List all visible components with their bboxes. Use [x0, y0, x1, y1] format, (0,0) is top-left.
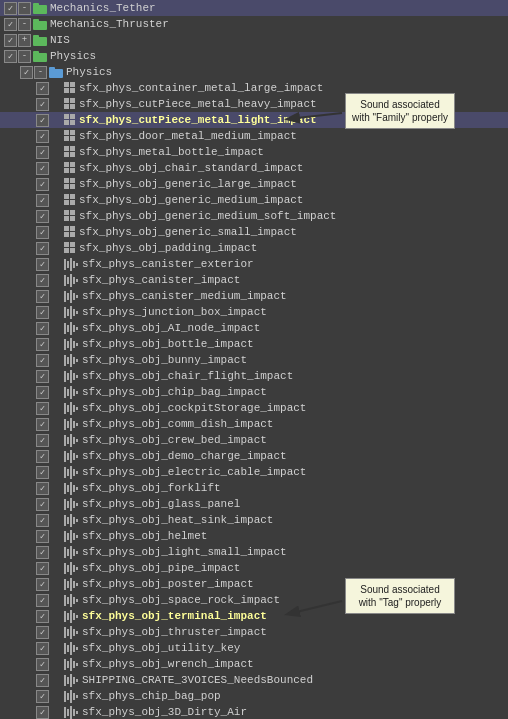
tree-item[interactable]: sfx_phys_obj_bottle_impact — [0, 336, 508, 352]
tree-item[interactable]: sfx_phys_obj_utility_key — [0, 640, 508, 656]
tree-checkbox[interactable] — [36, 578, 49, 591]
tree-checkbox[interactable] — [36, 706, 49, 719]
tree-checkbox[interactable] — [36, 242, 49, 255]
tree-checkbox[interactable] — [4, 50, 17, 63]
tree-item[interactable]: sfx_phys_obj_generic_small_impact — [0, 224, 508, 240]
tree-item[interactable]: sfx_phys_obj_forklift — [0, 480, 508, 496]
tree-item[interactable]: sfx_phys_obj_padding_impact — [0, 240, 508, 256]
tree-checkbox[interactable] — [36, 258, 49, 271]
tree-checkbox[interactable] — [4, 18, 17, 31]
svg-rect-104 — [76, 551, 78, 554]
tree-item[interactable]: sfx_phys_chip_bag_pop — [0, 688, 508, 704]
tree-checkbox[interactable] — [36, 514, 49, 527]
tree-item[interactable]: sfx_phys_obj_pipe_impact — [0, 560, 508, 576]
tree-item[interactable]: sfx_phys_obj_demo_charge_impact — [0, 448, 508, 464]
tree-item[interactable]: sfx_phys_junction_box_impact — [0, 304, 508, 320]
tree-item[interactable]: sfx_phys_obj_crew_bed_impact — [0, 432, 508, 448]
tree-item[interactable]: sfx_phys_canister_exterior — [0, 256, 508, 272]
tree-item[interactable]: sfx_phys_canister_impact — [0, 272, 508, 288]
tree-item[interactable]: sfx_phys_canister_medium_impact — [0, 288, 508, 304]
tree-item[interactable]: sfx_phys_obj_electric_cable_impact — [0, 464, 508, 480]
svg-rect-4 — [33, 37, 47, 46]
tree-checkbox[interactable] — [36, 306, 49, 319]
tree-item[interactable]: + NIS — [0, 32, 508, 48]
tree-checkbox[interactable] — [36, 114, 49, 127]
svg-rect-36 — [67, 341, 69, 348]
tree-checkbox[interactable] — [36, 482, 49, 495]
tree-checkbox[interactable] — [36, 370, 49, 383]
tree-checkbox[interactable] — [36, 386, 49, 399]
tree-item[interactable]: SHIPPING_CRATE_3VOICES_NeedsBounced — [0, 672, 508, 688]
tree-checkbox[interactable] — [36, 434, 49, 447]
tree-checkbox[interactable] — [36, 546, 49, 559]
tree-item[interactable]: sfx_phys_obj_heat_sink_impact — [0, 512, 508, 528]
expand-button[interactable]: + — [18, 34, 31, 47]
tree-item[interactable]: sfx_phys_obj_generic_medium_soft_impact — [0, 208, 508, 224]
tree-item[interactable]: sfx_phys_obj_chip_bag_impact — [0, 384, 508, 400]
tree-item[interactable]: sfx_phys_obj_generic_large_impact — [0, 176, 508, 192]
tree-checkbox[interactable] — [36, 338, 49, 351]
tree-checkbox[interactable] — [36, 466, 49, 479]
tree-checkbox[interactable] — [36, 98, 49, 111]
svg-rect-30 — [64, 323, 66, 334]
tree-checkbox[interactable] — [36, 418, 49, 431]
tree-item[interactable]: sfx_phys_obj_glass_panel — [0, 496, 508, 512]
tree-item-label: NIS — [50, 34, 70, 46]
tree-item[interactable]: - Mechanics_Thruster — [0, 16, 508, 32]
tree-checkbox[interactable] — [4, 2, 17, 15]
tree-item[interactable]: sfx_phys_metal_bottle_impact — [0, 144, 508, 160]
tree-item[interactable]: sfx_phys_obj_3D_Dirty_Air — [0, 704, 508, 719]
tree-checkbox[interactable] — [36, 322, 49, 335]
tree-item[interactable]: - Physics — [0, 48, 508, 64]
tree-item[interactable]: sfx_phys_obj_comm_dish_impact — [0, 416, 508, 432]
tree-item-label: sfx_phys_canister_impact — [82, 274, 240, 286]
svg-rect-123 — [73, 613, 75, 620]
tree-checkbox[interactable] — [36, 178, 49, 191]
expand-button[interactable]: - — [34, 66, 47, 79]
svg-rect-125 — [64, 627, 66, 638]
expand-button[interactable]: - — [18, 2, 31, 15]
tree-checkbox[interactable] — [36, 82, 49, 95]
tree-item[interactable]: - Mechanics_Tether — [0, 0, 508, 16]
tree-item[interactable]: sfx_phys_obj_thruster_impact — [0, 624, 508, 640]
tree-checkbox[interactable] — [36, 610, 49, 623]
tree-checkbox[interactable] — [36, 354, 49, 367]
tree-item[interactable]: sfx_phys_obj_generic_medium_impact — [0, 192, 508, 208]
tree-item[interactable]: sfx_phys_door_metal_medium_impact — [0, 128, 508, 144]
tree-checkbox[interactable] — [36, 162, 49, 175]
expand-button[interactable]: - — [18, 18, 31, 31]
tree-checkbox[interactable] — [36, 210, 49, 223]
tree-checkbox[interactable] — [36, 226, 49, 239]
tree-checkbox[interactable] — [36, 530, 49, 543]
tree-item[interactable]: sfx_phys_obj_light_small_impact — [0, 544, 508, 560]
tree-checkbox[interactable] — [36, 274, 49, 287]
tree-item[interactable]: sfx_phys_obj_helmet — [0, 528, 508, 544]
tree-item-label: sfx_phys_container_metal_large_impact — [79, 82, 323, 94]
tree-checkbox[interactable] — [36, 130, 49, 143]
tree-item[interactable]: sfx_phys_obj_wrench_impact — [0, 656, 508, 672]
tree-item[interactable]: sfx_phys_obj_chair_standard_impact — [0, 160, 508, 176]
tree-item[interactable]: - Physics — [0, 64, 508, 80]
tree-checkbox[interactable] — [36, 562, 49, 575]
tree-checkbox[interactable] — [36, 402, 49, 415]
tree-item[interactable]: sfx_phys_obj_bunny_impact — [0, 352, 508, 368]
tree-item[interactable]: sfx_phys_obj_chair_flight_impact — [0, 368, 508, 384]
tree-item[interactable]: sfx_phys_obj_AI_node_impact — [0, 320, 508, 336]
tree-checkbox[interactable] — [36, 290, 49, 303]
tree-item[interactable]: sfx_phys_obj_cockpitStorage_impact — [0, 400, 508, 416]
tree-checkbox[interactable] — [36, 626, 49, 639]
tree-checkbox[interactable] — [36, 690, 49, 703]
tree-checkbox[interactable] — [36, 658, 49, 671]
tree-checkbox[interactable] — [36, 674, 49, 687]
expand-button[interactable]: - — [18, 50, 31, 63]
tree-checkbox[interactable] — [36, 594, 49, 607]
tree-checkbox[interactable] — [4, 34, 17, 47]
tree-checkbox[interactable] — [36, 642, 49, 655]
wave-icon — [64, 530, 80, 543]
tree-checkbox[interactable] — [36, 194, 49, 207]
folder-icon — [48, 66, 64, 79]
tree-checkbox[interactable] — [36, 450, 49, 463]
tree-checkbox[interactable] — [36, 498, 49, 511]
tree-checkbox[interactable] — [36, 146, 49, 159]
tree-checkbox[interactable] — [20, 66, 33, 79]
